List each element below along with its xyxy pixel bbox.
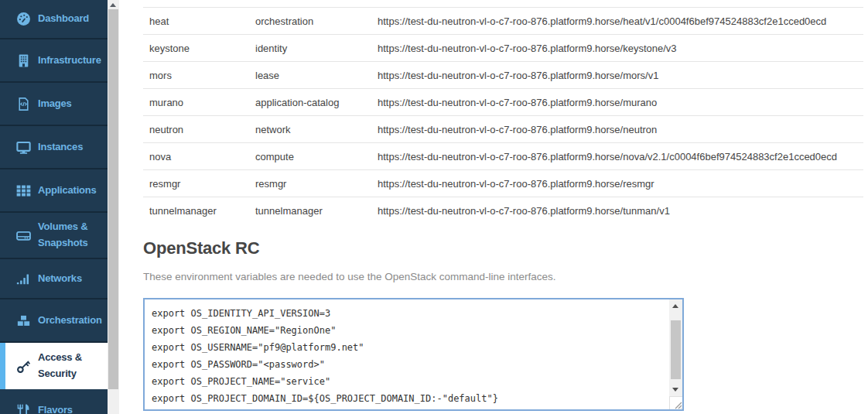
key-icon bbox=[16, 359, 31, 374]
service-type: tunnelmanager bbox=[255, 205, 378, 217]
main-scrollbar[interactable] bbox=[108, 0, 119, 414]
sidebar: Dashboard Infrastructure Images Instance… bbox=[0, 0, 108, 414]
service-url: https://test-du-neutron-vl-o-c7-roo-876.… bbox=[378, 151, 863, 163]
access-and-security-page: Dashboard Infrastructure Images Instance… bbox=[0, 0, 868, 414]
table-row: resmgr resmgr https://test-du-neutron-vl… bbox=[143, 169, 863, 197]
sidebar-item-label: Images bbox=[38, 96, 72, 112]
scroll-down-arrow-icon[interactable] bbox=[672, 388, 678, 392]
sidebar-item-infrastructure[interactable]: Infrastructure bbox=[0, 39, 108, 83]
sidebar-item-label: Infrastructure bbox=[38, 53, 101, 69]
table-row: keystone identity https://test-du-neutro… bbox=[143, 34, 863, 61]
gauge-icon bbox=[16, 12, 31, 26]
service-name: nova bbox=[143, 151, 255, 163]
sidebar-item-label: Instances bbox=[38, 139, 83, 156]
cutlery-icon bbox=[16, 403, 31, 414]
service-url: https://test-du-neutron-vl-o-c7-roo-876.… bbox=[378, 124, 863, 135]
sidebar-item-applications[interactable]: Applications bbox=[0, 169, 108, 213]
textarea-scrollbar-thumb[interactable] bbox=[671, 320, 681, 379]
rc-script-text: export OS_IDENTITY_API_VERSION=3 export … bbox=[145, 299, 682, 409]
service-name: mors bbox=[143, 70, 255, 81]
service-url: https://test-du-neutron-vl-o-c7-roo-876.… bbox=[378, 178, 863, 190]
sidebar-item-label: Dashboard bbox=[38, 11, 89, 27]
scroll-up-arrow-icon[interactable] bbox=[110, 3, 116, 7]
sidebar-item-instances[interactable]: Instances bbox=[0, 126, 108, 169]
sidebar-item-label: Orchestration bbox=[38, 313, 102, 329]
table-row: mors lease https://test-du-neutron-vl-o-… bbox=[143, 61, 863, 88]
sidebar-item-access-security[interactable]: Access & Security bbox=[0, 343, 108, 389]
table-row: murano application-catalog https://test-… bbox=[143, 88, 863, 115]
signal-bars-icon bbox=[16, 272, 31, 286]
service-url: https://test-du-neutron-vl-o-c7-roo-876.… bbox=[378, 70, 863, 81]
sidebar-item-dashboard[interactable]: Dashboard bbox=[0, 0, 108, 39]
page-title: OpenStack RC bbox=[143, 238, 259, 258]
service-url: https://test-du-neutron-vl-o-c7-roo-876.… bbox=[378, 15, 863, 27]
service-url: https://test-du-neutron-vl-o-c7-roo-876.… bbox=[378, 205, 863, 217]
service-name: tunnelmanager bbox=[143, 205, 255, 217]
file-code-icon bbox=[16, 97, 31, 111]
service-type: network bbox=[255, 124, 378, 135]
sidebar-item-flavors[interactable]: Flavors bbox=[0, 389, 108, 414]
service-name: resmgr bbox=[143, 178, 255, 190]
textarea-scrollbar[interactable] bbox=[669, 299, 682, 396]
table-row: heat orchestration https://test-du-neutr… bbox=[143, 7, 863, 34]
sidebar-item-label: Networks bbox=[38, 271, 82, 287]
drive-icon bbox=[16, 228, 31, 243]
resize-grip-icon[interactable] bbox=[669, 396, 682, 409]
building-icon bbox=[16, 53, 31, 68]
grid-icon bbox=[16, 183, 31, 198]
openstack-rc-textarea[interactable]: export OS_IDENTITY_API_VERSION=3 export … bbox=[143, 298, 684, 411]
sidebar-item-label: Access & Security bbox=[38, 350, 104, 382]
service-url: https://test-du-neutron-vl-o-c7-roo-876.… bbox=[378, 97, 863, 108]
service-url: https://test-du-neutron-vl-o-c7-roo-876.… bbox=[378, 43, 863, 54]
sidebar-item-label: Flavors bbox=[38, 402, 73, 414]
sidebar-item-networks[interactable]: Networks bbox=[0, 259, 108, 299]
sidebar-item-label: Applications bbox=[38, 183, 97, 199]
sidebar-item-volumes-snapshots[interactable]: Volumes & Snapshots bbox=[0, 213, 108, 259]
sidebar-item-orchestration[interactable]: Orchestration bbox=[0, 299, 108, 343]
service-endpoints-table: heat orchestration https://test-du-neutr… bbox=[143, 7, 863, 224]
service-type: application-catalog bbox=[255, 97, 378, 108]
table-row: tunnelmanager tunnelmanager https://test… bbox=[143, 197, 863, 224]
main-scrollbar-thumb[interactable] bbox=[108, 9, 118, 389]
service-name: heat bbox=[143, 15, 255, 27]
cubes-icon bbox=[16, 313, 31, 328]
sidebar-item-images[interactable]: Images bbox=[0, 83, 108, 126]
service-type: resmgr bbox=[255, 178, 378, 190]
service-type: identity bbox=[255, 43, 378, 54]
service-type: orchestration bbox=[255, 15, 378, 27]
sidebar-item-label: Volumes & Snapshots bbox=[38, 219, 104, 251]
table-row: nova compute https://test-du-neutron-vl-… bbox=[143, 142, 863, 169]
scroll-up-arrow-icon[interactable] bbox=[672, 304, 678, 308]
rc-description: These environment variables are needed t… bbox=[143, 271, 556, 282]
service-type: compute bbox=[255, 151, 378, 163]
monitor-icon bbox=[16, 140, 31, 155]
service-name: murano bbox=[143, 97, 255, 108]
table-row: neutron network https://test-du-neutron-… bbox=[143, 115, 863, 142]
service-name: neutron bbox=[143, 124, 255, 135]
service-name: keystone bbox=[143, 43, 255, 54]
service-type: lease bbox=[255, 70, 378, 81]
